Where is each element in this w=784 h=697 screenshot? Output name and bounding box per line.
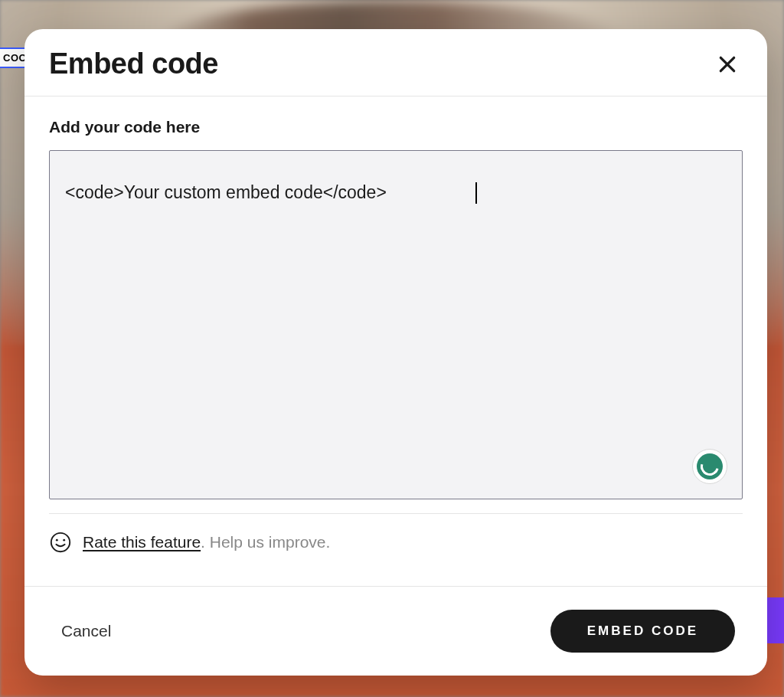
code-area-wrapper bbox=[49, 150, 743, 499]
svg-point-1 bbox=[56, 539, 58, 542]
embed-code-modal: Embed code Add your code here Rate thi bbox=[24, 29, 767, 676]
modal-footer: Cancel EMBED CODE bbox=[24, 586, 767, 676]
embed-code-button[interactable]: EMBED CODE bbox=[550, 610, 735, 653]
rate-feature-suffix: . Help us improve. bbox=[201, 533, 330, 551]
rate-feature-row: Rate this feature. Help us improve. bbox=[49, 513, 743, 571]
code-textarea[interactable] bbox=[49, 150, 743, 499]
rate-feature-link[interactable]: Rate this feature bbox=[83, 533, 201, 551]
close-icon bbox=[717, 54, 737, 74]
code-field-label: Add your code here bbox=[49, 118, 743, 136]
modal-title: Embed code bbox=[49, 47, 218, 80]
modal-header: Embed code bbox=[24, 29, 767, 97]
cancel-button[interactable]: Cancel bbox=[61, 622, 111, 640]
close-button[interactable] bbox=[712, 49, 743, 80]
smile-icon bbox=[49, 531, 72, 554]
svg-point-0 bbox=[51, 533, 70, 551]
svg-point-2 bbox=[63, 539, 65, 542]
modal-body: Add your code here Rate this feature. He… bbox=[24, 97, 767, 586]
grammar-status-icon bbox=[697, 453, 723, 479]
grammar-status-badge[interactable] bbox=[692, 449, 727, 484]
text-caret bbox=[475, 182, 477, 204]
